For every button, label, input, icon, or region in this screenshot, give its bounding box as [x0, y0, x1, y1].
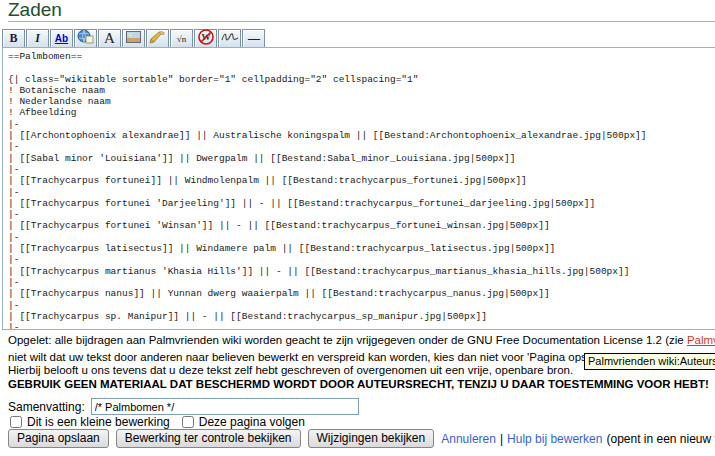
nowiki-button[interactable]: W [194, 29, 217, 48]
signature-icon [221, 31, 239, 47]
summary-row: Samenvatting: [8, 398, 359, 415]
image-icon [126, 31, 141, 47]
summary-input[interactable] [91, 398, 359, 415]
minor-edit-label: Dit is een kleine bewerking [27, 415, 170, 429]
auteursrechten-link[interactable]: Palmvrienden wiki:Auteursrechten [687, 334, 715, 346]
math-icon: √n [177, 34, 186, 44]
headline-icon: A [104, 30, 115, 47]
embed-image-button[interactable] [122, 29, 145, 48]
page-title-wrap: Zaden [8, 0, 715, 22]
internal-link-button[interactable]: Ab [50, 29, 73, 48]
watch-page-checkbox[interactable] [182, 416, 194, 428]
signature-button[interactable] [218, 29, 241, 48]
copyright-line-1-text: Opgelet: alle bijdragen aan Palmvrienden… [8, 334, 687, 346]
headline-button[interactable]: A [98, 29, 121, 48]
minor-edit-checkbox[interactable] [10, 416, 22, 428]
italic-icon: I [35, 31, 40, 46]
save-page-button[interactable]: Pagina opslaan [8, 429, 109, 448]
trumpet-icon [149, 30, 166, 48]
copyright-warning: GEBRUIK GEEN MATERIAAL DAT BESCHERMD WOR… [8, 378, 715, 391]
wikitext-editor[interactable]: ==Palmbomen== {| class="wikitable sortab… [2, 47, 715, 330]
editing-help-link[interactable]: Hulp bij bewerken [507, 432, 602, 446]
media-file-button[interactable] [146, 29, 169, 48]
bold-button[interactable]: B [2, 29, 25, 48]
edit-toolbar: B I Ab A [2, 29, 266, 48]
show-changes-button[interactable]: Wijzigingen bekijken [308, 429, 435, 448]
math-formula-button[interactable]: √n [170, 29, 193, 48]
page-title: Zaden [8, 0, 715, 20]
external-link-button[interactable] [74, 29, 97, 48]
wiki-edit-page: Zaden B I Ab A [0, 0, 715, 456]
internal-link-icon: Ab [55, 33, 68, 44]
summary-label: Samenvatting: [8, 400, 85, 414]
preview-button[interactable]: Bewerking ter controle bekijken [116, 429, 301, 448]
copyright-line-1: Opgelet: alle bijdragen aan Palmvrienden… [8, 334, 715, 347]
nowiki-crossed-w-icon: W [198, 29, 214, 49]
help-link-suffix: (opent in een nieuw venster) [606, 432, 715, 446]
bold-icon: B [9, 31, 17, 46]
globe-icon [77, 29, 94, 48]
edit-options-row: Dit is een kleine bewerking Deze pagina … [8, 415, 315, 429]
italic-button[interactable]: I [26, 29, 49, 48]
link-separator: | [500, 432, 503, 446]
action-buttons-row: Pagina opslaan Bewerking ter controle be… [8, 429, 715, 448]
horizontal-rule-button[interactable]: — [242, 29, 265, 48]
horizontal-rule-icon: — [248, 31, 259, 46]
link-tooltip: Palmvrienden wiki:Auteursrechten (de p [584, 353, 715, 370]
cancel-link[interactable]: Annuleren [441, 432, 496, 446]
watch-page-label: Deze pagina volgen [199, 415, 305, 429]
